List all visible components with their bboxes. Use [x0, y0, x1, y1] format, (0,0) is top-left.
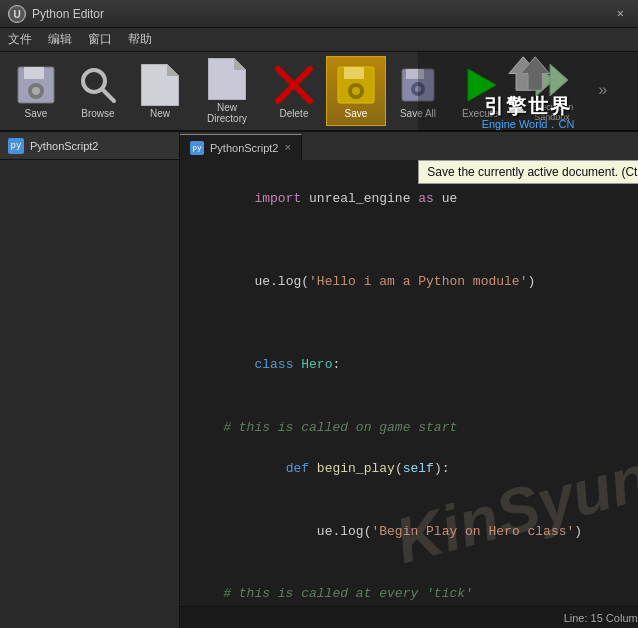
new-button[interactable]: New — [130, 56, 190, 126]
watermark-text: 引擎世界 — [484, 95, 572, 117]
svg-point-17 — [352, 87, 360, 95]
save-active-button[interactable]: Save — [326, 56, 386, 126]
title-bar: U Python Editor ✕ — [0, 0, 638, 28]
menu-bar: 文件 编辑 窗口 帮助 — [0, 28, 638, 52]
sidebar-tab-label: PythonScript2 — [30, 140, 98, 152]
svg-line-7 — [102, 89, 114, 101]
editor-tab-pythonscript2[interactable]: py PythonScript2 × — [180, 134, 302, 160]
code-line-9: ue.log('Begin Play on Hero class') — [192, 501, 638, 563]
save-active-icon — [335, 64, 377, 106]
editor-area: py PythonScript2 × Save the currently ac… — [180, 132, 638, 628]
sidebar-tab[interactable]: py PythonScript2 — [0, 132, 179, 160]
code-line-blank-2 — [192, 314, 638, 335]
code-line-12: def tick(self, delta_time): — [192, 605, 638, 606]
sidebar-file-icon: py — [8, 138, 24, 154]
code-line-11: # this is called at every 'tick' — [192, 584, 638, 605]
editor-tab-icon: py — [190, 141, 204, 155]
delete-button[interactable]: Delete — [264, 56, 324, 126]
save-active-label: Save — [345, 108, 368, 119]
status-text: Line: 15 Column: 21 — [564, 612, 638, 624]
menu-window[interactable]: 窗口 — [88, 31, 112, 48]
new-directory-label: New Directory — [196, 102, 258, 124]
save-label: Save — [25, 108, 48, 119]
code-line-3: ue.log('Hello i am a Python module') — [192, 251, 638, 313]
code-line-8: def begin_play(self): — [192, 438, 638, 500]
delete-label: Delete — [280, 108, 309, 119]
code-line-5: class Hero: — [192, 334, 638, 396]
menu-edit[interactable]: 编辑 — [48, 31, 72, 48]
new-icon — [139, 64, 181, 106]
sidebar: py PythonScript2 — [0, 132, 180, 628]
save-button[interactable]: Save — [6, 56, 66, 126]
new-label: New — [150, 108, 170, 119]
browse-button[interactable]: Browse — [68, 56, 128, 126]
new-directory-button[interactable]: New Directory — [192, 56, 262, 126]
delete-icon — [273, 64, 315, 106]
svg-rect-15 — [344, 67, 364, 79]
save-tooltip: Save the currently active document. (Ctr… — [418, 160, 638, 184]
svg-rect-3 — [24, 67, 44, 79]
save-icon — [15, 64, 57, 106]
watermark-subtext: Engine World．CN — [482, 117, 575, 132]
watermark-header: 引擎世界 Engine World．CN — [418, 52, 638, 132]
svg-text:U: U — [13, 9, 20, 20]
code-line-7: # this is called on game start — [192, 418, 638, 439]
ue-logo-icon — [493, 52, 563, 95]
code-line-blank-1 — [192, 230, 638, 251]
browse-icon — [77, 64, 119, 106]
code-line-blank-4 — [192, 563, 638, 584]
editor-tab-bar: py PythonScript2 × Save the currently ac… — [180, 132, 638, 160]
content-area: py PythonScript2 py PythonScript2 × Save… — [0, 132, 638, 628]
svg-marker-9 — [167, 64, 179, 76]
status-bar: Line: 15 Column: 21 — [180, 606, 638, 628]
menu-help[interactable]: 帮助 — [128, 31, 152, 48]
code-editor[interactable]: import unreal_engine as ue ue.log('Hello… — [180, 160, 638, 606]
new-directory-icon — [206, 58, 248, 100]
editor-tab-close-button[interactable]: × — [284, 142, 291, 154]
close-button[interactable]: ✕ — [611, 4, 630, 23]
window-title: Python Editor — [32, 7, 611, 21]
browse-label: Browse — [81, 108, 114, 119]
svg-point-5 — [32, 87, 40, 95]
app-icon: U — [8, 5, 26, 23]
code-line-blank-3 — [192, 397, 638, 418]
menu-file[interactable]: 文件 — [8, 31, 32, 48]
editor-tab-label: PythonScript2 — [210, 142, 278, 154]
